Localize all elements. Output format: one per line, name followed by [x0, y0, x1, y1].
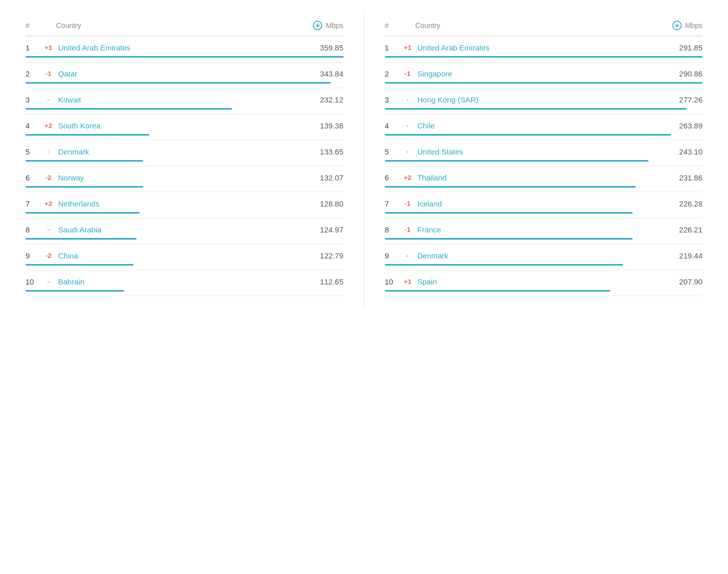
progress-bar-container: [385, 82, 703, 84]
mbps-value: 291.85: [672, 43, 703, 52]
progress-bar: [25, 290, 124, 292]
rank-change: -2: [41, 252, 56, 259]
progress-bar-container: [385, 212, 703, 214]
header-mbps: Mbps: [672, 20, 703, 31]
country-name[interactable]: Denmark: [56, 147, 313, 156]
progress-bar-container: [25, 82, 344, 84]
mbps-value: 207.90: [672, 277, 703, 286]
rank-number: 2: [25, 69, 41, 78]
table-row: 8-1France226.21: [385, 218, 703, 244]
progress-bar-container: [25, 134, 344, 136]
rank-number: 8: [385, 225, 400, 234]
mbps-value: 132.07: [313, 173, 344, 182]
country-name[interactable]: Chile: [415, 121, 672, 130]
country-name[interactable]: Thailand: [415, 173, 672, 182]
row-main: 6+2Thailand231.86: [385, 173, 703, 182]
progress-bar-container: [385, 238, 703, 240]
country-name[interactable]: Norway: [56, 173, 313, 182]
row-main: 4+2South Korea139.38: [25, 121, 344, 130]
progress-bar: [385, 56, 703, 58]
rank-change: -: [400, 96, 415, 103]
row-main: 9-2China122.79: [25, 251, 344, 260]
rank-change: -1: [400, 70, 415, 77]
progress-bar-container: [25, 186, 344, 188]
mbps-value: 343.84: [313, 69, 344, 78]
table-row: 7+2Netherlands128.80: [25, 192, 344, 218]
progress-bar-container: [25, 108, 344, 110]
rank-number: 8: [25, 225, 41, 234]
rank-change: -: [400, 122, 415, 129]
rank-change: +1: [400, 44, 415, 51]
table-row: 10-Bahrain112.65: [25, 270, 344, 296]
country-name[interactable]: Denmark: [415, 251, 672, 260]
table-row: 9-Denmark219.44: [385, 244, 703, 270]
rank-number: 1: [25, 43, 41, 52]
rank-number: 6: [385, 173, 400, 182]
country-name[interactable]: United Arab Emirates: [56, 43, 313, 52]
country-name[interactable]: South Korea: [56, 121, 313, 130]
progress-bar-container: [385, 186, 703, 188]
progress-bar-container: [25, 212, 344, 214]
progress-bar-container: [25, 56, 344, 58]
progress-bar: [385, 186, 636, 188]
country-name[interactable]: Bahrain: [56, 277, 313, 286]
progress-bar-container: [25, 238, 344, 240]
country-name[interactable]: Hong Kong (SAR): [415, 95, 672, 104]
rank-change: +2: [41, 122, 56, 129]
country-name[interactable]: Spain: [415, 277, 672, 286]
country-name[interactable]: Kuwait: [56, 95, 313, 104]
rank-number: 10: [385, 277, 400, 286]
table-row: 5-United States243.10: [385, 140, 703, 166]
table-row: 7-1Iceland226.28: [385, 192, 703, 218]
row-main: 7+2Netherlands128.80: [25, 199, 344, 208]
row-main: 8-Saudi Arabia124.97: [25, 225, 344, 234]
table-row: 1+1United Arab Emirates291.85: [385, 36, 703, 62]
table-row: 3-Kuwait232.12: [25, 88, 344, 114]
header-rank: #: [385, 21, 400, 30]
rank-change: +2: [41, 200, 56, 207]
country-name[interactable]: Netherlands: [56, 199, 313, 208]
country-name[interactable]: France: [415, 225, 672, 234]
table-row: 6+2Thailand231.86: [385, 166, 703, 192]
row-main: 6-2Norway132.07: [25, 173, 344, 182]
rank-change: -1: [400, 226, 415, 233]
row-main: 9-Denmark219.44: [385, 251, 703, 260]
rank-number: 3: [385, 95, 400, 104]
country-name[interactable]: Singapore: [415, 69, 672, 78]
rank-number: 2: [385, 69, 400, 78]
progress-bar: [385, 108, 687, 110]
table-row: 4-Chile263.89: [385, 114, 703, 140]
country-name[interactable]: Iceland: [415, 199, 672, 208]
progress-bar: [385, 264, 623, 266]
table-row: 2-1Qatar343.84: [25, 62, 344, 88]
country-name[interactable]: China: [56, 251, 313, 260]
rank-number: 10: [25, 277, 41, 286]
rank-number: 9: [25, 251, 41, 260]
table-row: 5-Denmark133.65: [25, 140, 344, 166]
progress-bar-container: [385, 160, 703, 162]
header-country: Country: [41, 21, 313, 30]
rank-change: -: [41, 278, 56, 285]
country-name[interactable]: United Arab Emirates: [415, 43, 672, 52]
row-main: 1+1United Arab Emirates291.85: [385, 43, 703, 52]
progress-bar-container: [385, 134, 703, 136]
country-name[interactable]: Saudi Arabia: [56, 225, 313, 234]
progress-bar: [25, 108, 232, 110]
country-name[interactable]: United States: [415, 147, 672, 156]
rank-number: 3: [25, 95, 41, 104]
progress-bar: [25, 82, 331, 84]
mbps-value: 263.89: [672, 121, 703, 130]
header-mbps: Mbps: [313, 20, 343, 31]
table-row: 3-Hong Kong (SAR)277.26: [385, 88, 703, 114]
progress-bar-container: [25, 160, 344, 162]
row-main: 3-Kuwait232.12: [25, 95, 344, 104]
row-main: 2-1Qatar343.84: [25, 69, 344, 78]
progress-bar: [385, 134, 671, 136]
rank-number: 4: [25, 121, 41, 130]
table-row: 8-Saudi Arabia124.97: [25, 218, 344, 244]
progress-bar: [385, 212, 633, 214]
table-row: 2-1Singapore290.86: [385, 62, 703, 88]
country-name[interactable]: Qatar: [56, 69, 313, 78]
progress-bar: [25, 238, 137, 240]
mbps-value: 112.65: [313, 277, 344, 286]
